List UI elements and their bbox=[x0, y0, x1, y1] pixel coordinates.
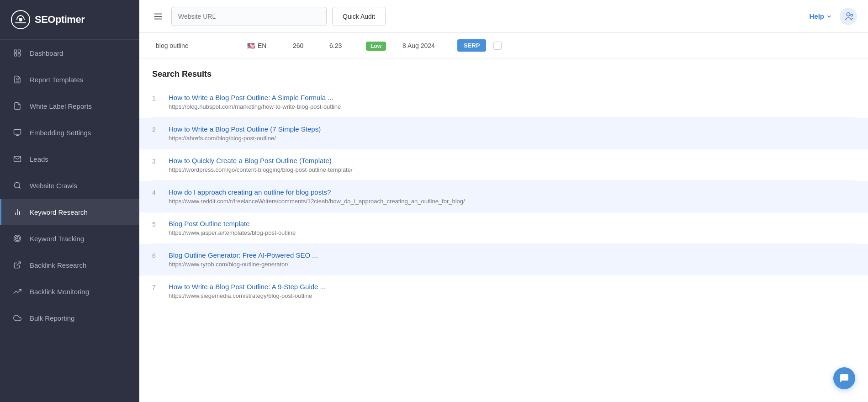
mail-icon bbox=[12, 154, 22, 164]
svg-line-20 bbox=[17, 262, 21, 265]
result-number: 5 bbox=[152, 220, 161, 228]
cloud-icon bbox=[12, 313, 22, 323]
result-number: 2 bbox=[152, 125, 161, 133]
result-title-link[interactable]: Blog Outline Generator: Free AI-Powered … bbox=[169, 251, 855, 259]
main-area: Quick Audit Help blog outline bbox=[139, 0, 868, 402]
content-area: blog outline 🇺🇸 EN 260 6.23 Low 8 Aug 20… bbox=[139, 33, 868, 402]
sidebar-item-keyword-tracking[interactable]: Keyword Tracking bbox=[0, 225, 139, 252]
url-input[interactable] bbox=[171, 7, 327, 26]
svg-point-17 bbox=[14, 235, 21, 242]
serp-button[interactable]: SERP bbox=[457, 39, 486, 52]
search-icon bbox=[12, 180, 22, 190]
competition-cell: Low bbox=[362, 42, 399, 49]
volume-cell: 260 bbox=[289, 42, 326, 49]
hamburger-button[interactable] bbox=[150, 9, 166, 24]
difficulty-cell: 6.23 bbox=[326, 42, 362, 49]
svg-point-26 bbox=[851, 14, 853, 16]
results-list: 1 How to Write a Blog Post Outline: A Si… bbox=[152, 86, 855, 307]
keyword-data-row: blog outline 🇺🇸 EN 260 6.23 Low 8 Aug 20… bbox=[139, 33, 868, 58]
sidebar-logo[interactable]: SEOptimer bbox=[0, 0, 139, 40]
help-button[interactable]: Help bbox=[809, 12, 832, 20]
sidebar-label-backlink-research: Backlink Research bbox=[30, 261, 86, 269]
sidebar-label-report-templates: Report Templates bbox=[30, 76, 83, 84]
svg-point-18 bbox=[16, 237, 20, 241]
sidebar-item-backlink-research[interactable]: Backlink Research bbox=[0, 252, 139, 278]
sidebar-item-backlink-monitoring[interactable]: Backlink Monitoring bbox=[0, 278, 139, 305]
result-content: How to Write a Blog Post Outline: A Simp… bbox=[169, 94, 855, 110]
sidebar-label-keyword-tracking: Keyword Tracking bbox=[30, 235, 84, 243]
svg-point-1 bbox=[19, 18, 22, 21]
svg-rect-5 bbox=[18, 54, 21, 56]
svg-point-12 bbox=[14, 182, 20, 188]
user-avatar[interactable] bbox=[840, 8, 857, 25]
result-url: https://wordpress.com/go/content-bloggin… bbox=[169, 166, 855, 173]
sidebar-label-white-label-reports: White Label Reports bbox=[30, 102, 92, 110]
trending-up-icon bbox=[12, 286, 22, 296]
bar-chart-icon bbox=[12, 207, 22, 217]
result-item: 6 Blog Outline Generator: Free AI-Powere… bbox=[139, 244, 868, 275]
svg-rect-9 bbox=[14, 129, 21, 134]
result-url: https://www.reddit.com/r/freelanceWriter… bbox=[169, 198, 855, 205]
result-url: https://blog.hubspot.com/marketing/how-t… bbox=[169, 103, 855, 110]
result-number: 4 bbox=[152, 188, 161, 196]
sidebar-label-embedding-settings: Embedding Settings bbox=[30, 129, 91, 137]
language-cell: 🇺🇸 EN bbox=[243, 42, 289, 49]
svg-rect-2 bbox=[14, 50, 16, 52]
quick-audit-button[interactable]: Quick Audit bbox=[332, 7, 386, 26]
result-title-link[interactable]: How to Quickly Create a Blog Post Outlin… bbox=[169, 157, 855, 164]
result-content: How to Write a Blog Post Outline: A 9-St… bbox=[169, 283, 855, 299]
keyword-cell: blog outline bbox=[152, 42, 243, 49]
sidebar-item-leads[interactable]: Leads bbox=[0, 146, 139, 172]
competition-badge: Low bbox=[366, 42, 386, 51]
result-title-link[interactable]: How to Write a Blog Post Outline: A 9-St… bbox=[169, 283, 855, 291]
sidebar-label-website-crawls: Website Crawls bbox=[30, 182, 77, 190]
file-edit-icon bbox=[12, 74, 22, 85]
row-checkbox[interactable] bbox=[493, 42, 502, 50]
svg-rect-3 bbox=[18, 50, 21, 52]
result-content: How to Write a Blog Post Outline (7 Simp… bbox=[169, 125, 855, 142]
chat-bubble-button[interactable] bbox=[833, 367, 855, 389]
monitor-icon bbox=[12, 127, 22, 138]
result-item: 1 How to Write a Blog Post Outline: A Si… bbox=[152, 86, 855, 118]
sidebar-label-bulk-reporting: Bulk Reporting bbox=[30, 314, 74, 322]
sidebar-item-white-label-reports[interactable]: White Label Reports bbox=[0, 93, 139, 119]
result-content: Blog Outline Generator: Free AI-Powered … bbox=[169, 251, 855, 268]
result-url: https://www.jasper.ai/templates/blog-pos… bbox=[169, 229, 855, 236]
sidebar-label-backlink-monitoring: Backlink Monitoring bbox=[30, 288, 89, 296]
result-item: 7 How to Write a Blog Post Outline: A 9-… bbox=[152, 275, 855, 307]
result-url: https://www.siegemedia.com/strategy/blog… bbox=[169, 292, 855, 299]
search-results-section: Search Results 1 How to Write a Blog Pos… bbox=[139, 58, 868, 307]
sidebar-label-leads: Leads bbox=[30, 155, 48, 163]
result-title-link[interactable]: How to Write a Blog Post Outline: A Simp… bbox=[169, 94, 855, 101]
result-item: 2 How to Write a Blog Post Outline (7 Si… bbox=[139, 118, 868, 149]
result-number: 7 bbox=[152, 283, 161, 291]
result-content: How to Quickly Create a Blog Post Outlin… bbox=[169, 157, 855, 173]
sidebar-item-website-crawls[interactable]: Website Crawls bbox=[0, 172, 139, 199]
sidebar-item-embedding-settings[interactable]: Embedding Settings bbox=[0, 119, 139, 146]
svg-point-19 bbox=[17, 238, 18, 239]
svg-point-24 bbox=[847, 12, 850, 16]
sidebar-item-report-templates[interactable]: Report Templates bbox=[0, 66, 139, 93]
logo-text: SEOptimer bbox=[35, 14, 85, 26]
svg-rect-4 bbox=[14, 54, 16, 56]
svg-line-13 bbox=[19, 187, 20, 188]
topbar: Quick Audit Help bbox=[139, 0, 868, 33]
result-item: 3 How to Quickly Create a Blog Post Outl… bbox=[152, 149, 855, 181]
target-icon bbox=[12, 233, 22, 243]
result-content: Blog Post Outline template https://www.j… bbox=[169, 220, 855, 236]
result-number: 1 bbox=[152, 94, 161, 102]
result-content: How do I approach creating an outline fo… bbox=[169, 188, 855, 205]
sidebar-item-dashboard[interactable]: Dashboard bbox=[0, 40, 139, 66]
external-link-icon bbox=[12, 260, 22, 270]
result-title-link[interactable]: How to Write a Blog Post Outline (7 Simp… bbox=[169, 125, 855, 133]
sidebar-item-keyword-research[interactable]: Keyword Research bbox=[0, 199, 139, 225]
result-title-link[interactable]: Blog Post Outline template bbox=[169, 220, 855, 227]
result-item: 5 Blog Post Outline template https://www… bbox=[152, 212, 855, 244]
search-results-title: Search Results bbox=[152, 69, 855, 79]
sidebar-item-bulk-reporting[interactable]: Bulk Reporting bbox=[0, 305, 139, 331]
result-number: 6 bbox=[152, 251, 161, 259]
result-title-link[interactable]: How do I approach creating an outline fo… bbox=[169, 188, 855, 196]
result-item: 4 How do I approach creating an outline … bbox=[139, 181, 868, 212]
file-icon bbox=[12, 101, 22, 111]
result-number: 3 bbox=[152, 157, 161, 165]
